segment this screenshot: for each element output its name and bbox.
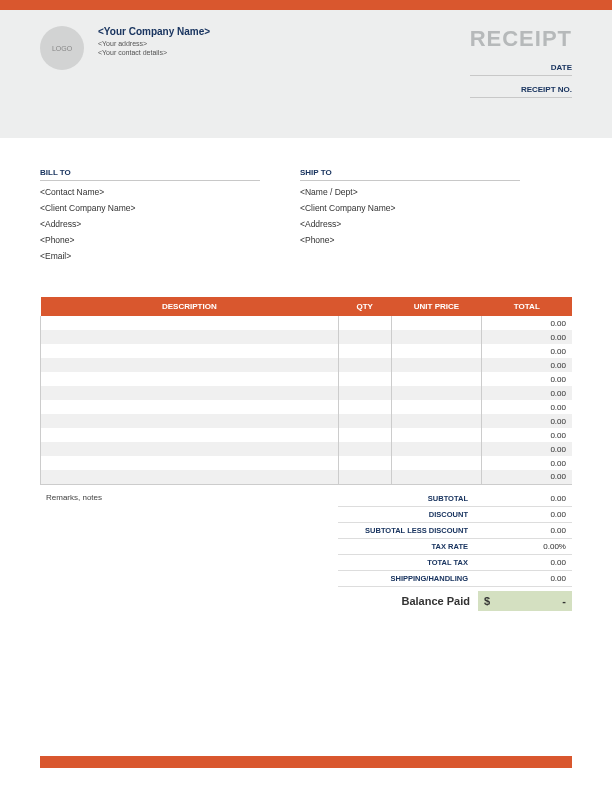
row-qty (338, 316, 391, 330)
table-row: 0.00 (41, 372, 573, 386)
row-total: 0.00 (482, 470, 572, 484)
balance-currency: $ (484, 595, 490, 607)
table-row: 0.00 (41, 414, 573, 428)
bill-to-address: <Address> (40, 219, 260, 229)
row-description (41, 344, 339, 358)
row-unit-price (391, 358, 481, 372)
company-contact: <Your contact details> (98, 49, 470, 56)
subtotal-value: 0.00 (478, 491, 572, 506)
row-unit-price (391, 316, 481, 330)
table-row: 0.00 (41, 470, 573, 484)
ship-to-phone: <Phone> (300, 235, 520, 245)
bottom-accent-bar (40, 756, 572, 768)
remarks-label: Remarks, notes (40, 491, 338, 611)
subtotal-label: SUBTOTAL (338, 491, 478, 506)
row-unit-price (391, 344, 481, 358)
row-description (41, 358, 339, 372)
row-unit-price (391, 442, 481, 456)
receipt-title: RECEIPT (470, 26, 572, 52)
ship-to-address: <Address> (300, 219, 520, 229)
col-unit-price: UNIT PRICE (391, 297, 481, 316)
tax-rate-value: 0.00% (478, 539, 572, 554)
below-table-section: Remarks, notes SUBTOTAL0.00 DISCOUNT0.00… (40, 491, 572, 611)
discount-value: 0.00 (478, 507, 572, 522)
bill-to-contact: <Contact Name> (40, 187, 260, 197)
bill-to-email: <Email> (40, 251, 260, 261)
table-row: 0.00 (41, 442, 573, 456)
row-qty (338, 344, 391, 358)
row-unit-price (391, 456, 481, 470)
row-unit-price (391, 400, 481, 414)
bill-to-block: BILL TO <Contact Name> <Client Company N… (40, 168, 260, 267)
row-qty (338, 456, 391, 470)
summary-block: SUBTOTAL0.00 DISCOUNT0.00 SUBTOTAL LESS … (338, 491, 572, 611)
row-total: 0.00 (482, 344, 572, 358)
col-description: DESCRIPTION (41, 297, 339, 316)
row-description (41, 428, 339, 442)
row-qty (338, 414, 391, 428)
company-name: <Your Company Name> (98, 26, 470, 37)
main-content: BILL TO <Contact Name> <Client Company N… (0, 138, 612, 611)
row-description (41, 470, 339, 484)
total-tax-label: TOTAL TAX (338, 555, 478, 570)
row-total: 0.00 (482, 400, 572, 414)
shipping-label: SHIPPING/HANDLING (338, 571, 478, 586)
subtotal-less-label: SUBTOTAL LESS DISCOUNT (338, 523, 478, 538)
table-row: 0.00 (41, 358, 573, 372)
row-description (41, 330, 339, 344)
table-row: 0.00 (41, 386, 573, 400)
date-label: DATE (470, 60, 572, 76)
receipt-no-label: RECEIPT NO. (470, 82, 572, 98)
col-qty: QTY (338, 297, 391, 316)
bill-to-company: <Client Company Name> (40, 203, 260, 213)
header-area: LOGO <Your Company Name> <Your address> … (0, 10, 612, 138)
bill-ship-section: BILL TO <Contact Name> <Client Company N… (40, 168, 572, 267)
bill-to-phone: <Phone> (40, 235, 260, 245)
discount-label: DISCOUNT (338, 507, 478, 522)
balance-row: Balance Paid $ - (338, 591, 572, 611)
row-total: 0.00 (482, 456, 572, 470)
row-total: 0.00 (482, 372, 572, 386)
row-description (41, 442, 339, 456)
balance-paid-box: $ - (478, 591, 572, 611)
row-unit-price (391, 428, 481, 442)
row-total: 0.00 (482, 316, 572, 330)
row-total: 0.00 (482, 414, 572, 428)
balance-paid-label: Balance Paid (338, 592, 478, 610)
row-total: 0.00 (482, 386, 572, 400)
row-qty (338, 330, 391, 344)
row-unit-price (391, 330, 481, 344)
row-unit-price (391, 470, 481, 484)
col-total: TOTAL (482, 297, 572, 316)
table-row: 0.00 (41, 456, 573, 470)
row-unit-price (391, 386, 481, 400)
row-unit-price (391, 372, 481, 386)
row-description (41, 456, 339, 470)
row-total: 0.00 (482, 358, 572, 372)
row-qty (338, 470, 391, 484)
total-tax-value: 0.00 (478, 555, 572, 570)
tax-rate-label: TAX RATE (338, 539, 478, 554)
ship-to-company: <Client Company Name> (300, 203, 520, 213)
row-total: 0.00 (482, 442, 572, 456)
row-total: 0.00 (482, 428, 572, 442)
row-qty (338, 372, 391, 386)
row-total: 0.00 (482, 330, 572, 344)
top-accent-bar (0, 0, 612, 10)
logo-placeholder: LOGO (40, 26, 84, 70)
ship-to-name: <Name / Dept> (300, 187, 520, 197)
row-qty (338, 400, 391, 414)
row-description (41, 386, 339, 400)
items-table: DESCRIPTION QTY UNIT PRICE TOTAL 0.000.0… (40, 297, 572, 485)
row-description (41, 372, 339, 386)
balance-value: - (562, 595, 566, 607)
bill-to-title: BILL TO (40, 168, 260, 181)
shipping-value: 0.00 (478, 571, 572, 586)
table-row: 0.00 (41, 400, 573, 414)
row-qty (338, 428, 391, 442)
table-row: 0.00 (41, 428, 573, 442)
table-row: 0.00 (41, 330, 573, 344)
subtotal-less-value: 0.00 (478, 523, 572, 538)
row-qty (338, 358, 391, 372)
row-unit-price (391, 414, 481, 428)
